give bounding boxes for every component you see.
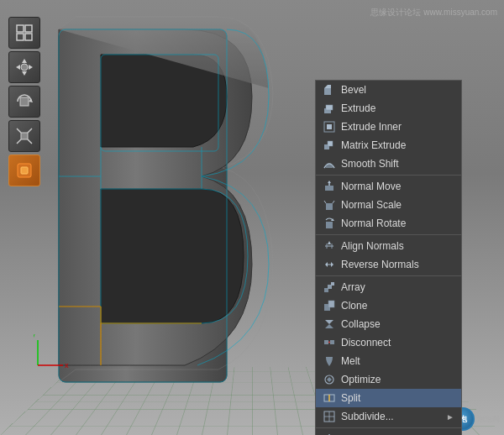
toolbar-btn-object[interactable] [8, 155, 40, 186]
svg-marker-20 [16, 65, 20, 70]
svg-line-25 [17, 128, 21, 133]
svg-rect-30 [21, 167, 28, 174]
extrude-icon [323, 102, 336, 115]
svg-point-17 [21, 64, 28, 71]
menu-item-normal-move[interactable]: Normal Move [316, 177, 461, 196]
svg-rect-13 [17, 25, 24, 32]
menu-item-melt[interactable]: Melt [316, 352, 461, 370]
svg-marker-23 [29, 98, 33, 102]
disconnect-icon [323, 336, 336, 349]
menu-item-normal-scale-label: Normal Scale [341, 199, 454, 211]
svg-rect-34 [326, 105, 333, 110]
menu-item-extrude[interactable]: Extrude [316, 99, 461, 118]
menu-item-reverse-normals[interactable]: Reverse Normals [316, 255, 461, 274]
menu-item-extrude-label: Extrude [341, 102, 454, 114]
toolbar-btn-selection[interactable] [8, 17, 40, 49]
menu-item-disconnect[interactable]: Disconnect [316, 333, 461, 352]
context-menu: Bevel Extrude Extrude Inner Matrix Extru… [315, 80, 462, 435]
left-toolbar [8, 17, 44, 186]
letter-b-3d: x y [34, 13, 311, 407]
menu-item-clone[interactable]: Clone [316, 296, 461, 315]
menu-item-align-normals[interactable]: Align Normals [316, 237, 461, 255]
svg-rect-60 [324, 340, 328, 344]
menu-item-array-label: Array [341, 281, 454, 293]
svg-marker-21 [29, 65, 33, 70]
svg-rect-43 [326, 203, 333, 210]
extrude-inner-icon [323, 120, 336, 134]
svg-line-26 [28, 128, 32, 133]
svg-marker-19 [22, 71, 27, 76]
menu-item-align-normals-label: Align Normals [341, 240, 454, 252]
normal-scale-icon [323, 198, 336, 212]
menu-item-normal-scale[interactable]: Normal Scale [316, 196, 461, 214]
subdivide-arrow: ► [446, 412, 454, 422]
svg-rect-16 [25, 34, 32, 40]
svg-marker-42 [328, 181, 331, 183]
subdivide-icon [323, 410, 336, 423]
normal-rotate-icon [323, 217, 336, 230]
svg-rect-14 [25, 25, 32, 32]
menu-item-smooth-shift[interactable]: Smooth Shift [316, 155, 461, 173]
svg-marker-59 [325, 324, 333, 328]
svg-marker-51 [328, 241, 331, 244]
menu-item-bevel[interactable]: Bevel [316, 81, 461, 99]
menu-item-matrix-extrude[interactable]: Matrix Extrude [316, 136, 461, 155]
menu-item-extrude-inner[interactable]: Extrude Inner [316, 118, 461, 136]
menu-item-matrix-extrude-label: Matrix Extrude [341, 139, 454, 151]
svg-text:y: y [34, 332, 35, 340]
normal-move-icon [323, 180, 336, 193]
optimize-icon [323, 373, 336, 386]
svg-rect-55 [331, 282, 334, 286]
menu-item-normal-rotate[interactable]: Normal Rotate [316, 214, 461, 233]
menu-item-disconnect-label: Disconnect [341, 337, 454, 349]
matrix-extrude-icon [323, 139, 336, 152]
svg-rect-36 [327, 124, 332, 129]
svg-rect-39 [326, 165, 333, 168]
split-icon [323, 391, 336, 405]
menu-item-array[interactable]: Array [316, 278, 461, 296]
smooth-shift-icon [323, 157, 336, 170]
menu-item-reverse-normals-label: Reverse Normals [341, 259, 454, 270]
svg-line-44 [324, 201, 326, 203]
menu-item-extrude-inner-label: Extrude Inner [341, 121, 454, 133]
array-icon [323, 280, 336, 294]
svg-marker-32 [324, 85, 331, 88]
svg-rect-24 [21, 133, 28, 139]
svg-line-28 [28, 139, 32, 144]
menu-item-smooth-shift-label: Smooth Shift [341, 158, 454, 170]
toolbar-btn-scale[interactable] [8, 120, 40, 152]
toolbar-btn-rotate[interactable] [8, 86, 40, 118]
menu-item-split-label: Split [341, 392, 454, 404]
menu-item-subdivide-label: Subdivide... [341, 411, 441, 422]
svg-marker-58 [325, 320, 333, 324]
menu-item-collapse-label: Collapse [341, 318, 454, 330]
svg-rect-46 [326, 222, 333, 228]
svg-rect-57 [328, 301, 334, 307]
watermark: 思缘设计论坛 www.missyuan.com [370, 7, 497, 18]
svg-text:x: x [65, 361, 69, 369]
menu-item-subdivide[interactable]: Subdivide... ► [316, 407, 461, 426]
svg-rect-38 [328, 141, 333, 146]
align-normals-icon [323, 239, 336, 253]
menu-item-collapse[interactable]: Collapse [316, 315, 461, 333]
bevel-icon [323, 83, 336, 97]
menu-item-optimize-label: Optimize [341, 374, 454, 385]
clone-icon [323, 299, 336, 312]
separator-2 [316, 234, 461, 235]
separator-4 [316, 427, 461, 428]
collapse-icon [323, 317, 336, 331]
menu-item-clone-label: Clone [341, 300, 454, 312]
menu-item-melt-label: Melt [341, 355, 454, 367]
svg-marker-18 [22, 59, 27, 63]
svg-rect-15 [17, 34, 24, 40]
menu-item-optimize[interactable]: Optimize [316, 370, 461, 389]
menu-item-triangulate[interactable]: Triangulate [316, 430, 461, 435]
svg-rect-22 [20, 97, 29, 106]
menu-item-normal-rotate-label: Normal Rotate [341, 218, 454, 229]
menu-item-split[interactable]: Split [316, 389, 461, 407]
svg-rect-61 [330, 340, 334, 344]
viewport: 思缘设计论坛 www.missyuan.com [0, 0, 504, 435]
toolbar-btn-move[interactable] [8, 51, 40, 83]
separator-1 [316, 175, 461, 176]
svg-rect-40 [325, 186, 333, 191]
